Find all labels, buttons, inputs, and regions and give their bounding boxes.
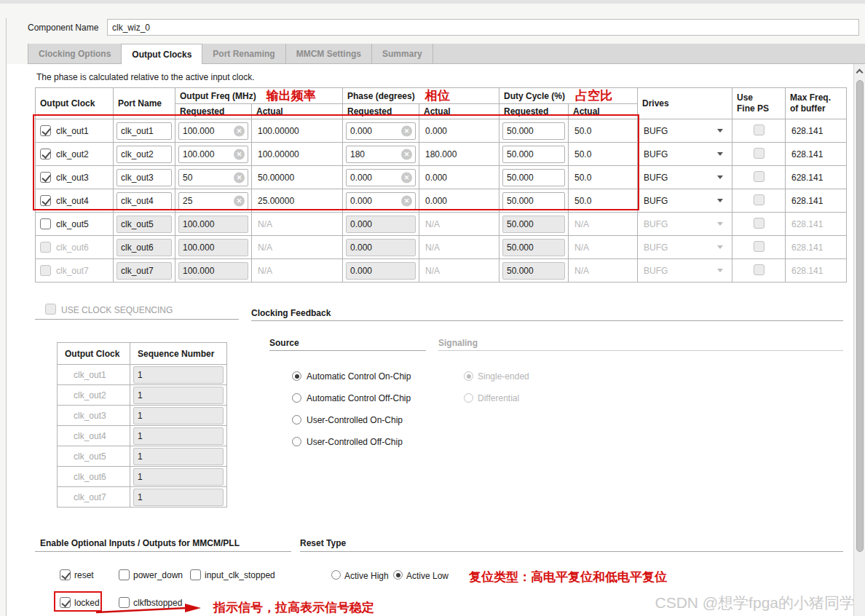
max-freq-value: 628.141 bbox=[786, 166, 847, 189]
phase-requested-input-value: 0.000 bbox=[350, 196, 372, 206]
col-header-phase: Phase (degrees)相位 bbox=[343, 88, 499, 104]
tab-output-clocks[interactable]: Output Clocks bbox=[122, 44, 202, 64]
feedback-source-radio[interactable] bbox=[292, 415, 301, 425]
col-header-port-name: Port Name bbox=[114, 88, 175, 119]
output-clock-label: clk_out7 bbox=[56, 266, 89, 276]
clear-icon[interactable]: ✕ bbox=[234, 172, 245, 183]
feedback-signaling-label: Single-ended bbox=[478, 371, 529, 382]
max-freq-value: 628.141 bbox=[786, 213, 847, 236]
fine-ps-checkbox bbox=[754, 171, 765, 182]
output-clock-checkbox[interactable] bbox=[40, 172, 51, 183]
output-clock-label: clk_out3 bbox=[56, 173, 89, 183]
port-name-input[interactable]: clk_out2 bbox=[116, 146, 172, 163]
port-name-input-value: clk_out7 bbox=[121, 266, 154, 276]
freq-actual-value: N/A bbox=[252, 236, 343, 259]
output-clock-checkbox bbox=[40, 242, 51, 253]
output-clock-label: clk_out1 bbox=[56, 126, 89, 136]
tab-port-renaming[interactable]: Port Renaming bbox=[202, 44, 285, 63]
component-name-label: Component Name bbox=[28, 23, 98, 33]
sequence-clock-label: clk_out2 bbox=[58, 385, 130, 406]
reset-type-label: Active High bbox=[344, 571, 389, 581]
freq-requested-input[interactable]: 50✕ bbox=[178, 169, 248, 186]
table-row: clk_out6clk_out6100.000N/A0.000N/A50.000… bbox=[36, 236, 847, 259]
output-clock-checkbox[interactable] bbox=[40, 218, 51, 229]
clear-icon[interactable]: ✕ bbox=[401, 172, 412, 183]
reset-type-title: Reset Type bbox=[300, 538, 346, 548]
phase-requested-input[interactable]: 0.000✕ bbox=[346, 122, 416, 140]
port-name-input-value: clk_out1 bbox=[121, 126, 154, 136]
phase-actual-value: N/A bbox=[419, 213, 499, 236]
clear-icon[interactable]: ✕ bbox=[401, 195, 412, 206]
phase-requested-input[interactable]: 0.000✕ bbox=[346, 192, 416, 210]
subheader-phase-actual: Actual bbox=[419, 104, 499, 119]
duty-requested-input[interactable]: 50.000 bbox=[502, 192, 565, 210]
clear-icon[interactable]: ✕ bbox=[234, 195, 245, 206]
phase-requested-input-value: 0.000 bbox=[350, 242, 372, 253]
phase-requested-input-value: 0.000 bbox=[350, 266, 372, 276]
col-header-drives: Drives bbox=[638, 88, 732, 119]
freq-requested-input[interactable]: 100.000✕ bbox=[178, 146, 248, 163]
optional-power_down-label: power_down bbox=[133, 570, 183, 580]
reset-type-radio[interactable] bbox=[393, 570, 403, 580]
freq-requested-input: 100.000 bbox=[178, 239, 248, 256]
tab-summary[interactable]: Summary bbox=[372, 44, 433, 63]
clear-icon[interactable]: ✕ bbox=[401, 125, 412, 136]
port-name-input[interactable]: clk_out1 bbox=[116, 122, 172, 140]
duty-requested-input[interactable]: 50.000 bbox=[502, 122, 565, 140]
port-name-input[interactable]: clk_out4 bbox=[116, 192, 172, 210]
optional-input_clk_stopped-checkbox[interactable] bbox=[190, 569, 201, 580]
port-name-input[interactable]: clk_out3 bbox=[116, 169, 172, 186]
tab-mmcm-settings[interactable]: MMCM Settings bbox=[286, 44, 372, 63]
reset-type-radio[interactable] bbox=[331, 570, 341, 580]
duty-actual-value: N/A bbox=[569, 236, 638, 259]
tab-bar: Clocking OptionsOutput ClocksPort Renami… bbox=[28, 44, 865, 64]
feedback-source-radio[interactable] bbox=[292, 393, 301, 403]
optional-reset-checkbox[interactable] bbox=[60, 569, 71, 580]
phase-requested-input[interactable]: 0.000✕ bbox=[346, 169, 416, 186]
table-row: clk_out1clk_out1100.000✕100.000000.000✕0… bbox=[36, 119, 847, 143]
freq-actual-value: N/A bbox=[252, 259, 343, 283]
drives-dropdown[interactable]: BUFG bbox=[638, 173, 732, 183]
sequence-clock-label: clk_out3 bbox=[58, 406, 130, 426]
tab-clocking-options[interactable]: Clocking Options bbox=[28, 44, 122, 63]
clear-icon[interactable]: ✕ bbox=[234, 149, 245, 159]
freq-requested-input[interactable]: 100.000✕ bbox=[178, 122, 248, 140]
duty-actual-value: 50.0 bbox=[569, 119, 638, 143]
optional-locked-checkbox[interactable] bbox=[60, 597, 71, 608]
col-header-use-fine-ps: Use Fine PS bbox=[732, 88, 786, 119]
vertical-scrollbar[interactable] bbox=[853, 64, 865, 616]
clear-icon[interactable]: ✕ bbox=[234, 125, 245, 136]
dropdown-arrow-icon bbox=[717, 245, 723, 249]
output-clock-checkbox[interactable] bbox=[40, 149, 51, 159]
drives-dropdown[interactable]: BUFG bbox=[638, 196, 732, 206]
scrollbar-thumb[interactable] bbox=[856, 80, 864, 552]
feedback-source-label: Automatic Control On-Chip bbox=[307, 371, 411, 382]
phase-requested-input-value: 180 bbox=[350, 149, 365, 159]
fine-ps-checkbox bbox=[754, 264, 765, 275]
duty-actual-value: N/A bbox=[569, 259, 638, 283]
scroll-up-icon[interactable] bbox=[856, 69, 864, 76]
feedback-source-label: User-Controlled Off-Chip bbox=[307, 437, 403, 447]
subheader-duty-requested: Requested bbox=[499, 104, 569, 119]
freq-requested-input[interactable]: 25✕ bbox=[178, 192, 248, 210]
sequence-number-value: 1 bbox=[138, 431, 143, 441]
feedback-source-radio[interactable] bbox=[292, 371, 301, 381]
duty-requested-input-value: 50.000 bbox=[507, 266, 534, 276]
drives-value: BUFG bbox=[644, 173, 668, 183]
freq-actual-value: 100.00000 bbox=[252, 143, 343, 166]
component-name-input[interactable] bbox=[107, 19, 859, 36]
output-clock-checkbox[interactable] bbox=[40, 195, 51, 206]
phase-requested-input[interactable]: 180✕ bbox=[346, 146, 416, 163]
duty-requested-input[interactable]: 50.000 bbox=[502, 169, 565, 186]
drives-dropdown[interactable]: BUFG bbox=[638, 126, 732, 136]
duty-requested-input[interactable]: 50.000 bbox=[502, 146, 565, 163]
optional-power_down-checkbox[interactable] bbox=[119, 569, 130, 580]
feedback-source-radio[interactable] bbox=[292, 437, 301, 446]
output-clock-label: clk_out5 bbox=[56, 219, 89, 229]
clear-icon[interactable]: ✕ bbox=[401, 149, 412, 159]
drives-value: BUFG bbox=[644, 149, 668, 159]
sequence-number-input: 1 bbox=[133, 448, 224, 465]
drives-dropdown[interactable]: BUFG bbox=[638, 149, 732, 159]
output-clock-label: clk_out2 bbox=[56, 149, 89, 159]
output-clock-checkbox[interactable] bbox=[40, 125, 51, 136]
